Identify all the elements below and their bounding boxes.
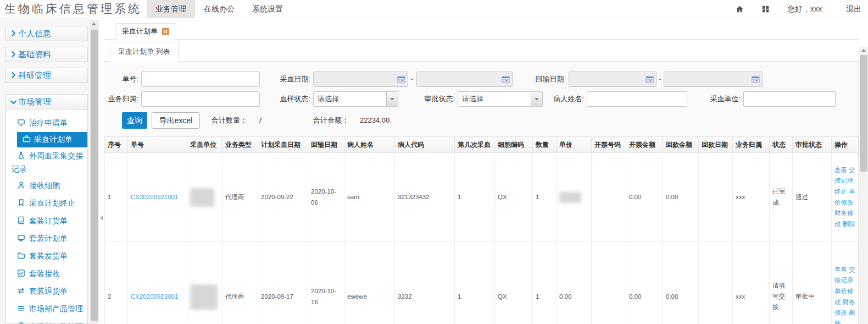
- filter-panel: 单号: 采血日期: - 回输日期:: [104, 62, 859, 136]
- blood-status-select[interactable]: 请选择: [313, 91, 398, 107]
- sidebar-section-market: 市场管理 治疗申请单采血计划单外周血采集交接记录接收细胞采血计划终止套装订货单套…: [5, 94, 88, 324]
- nav-item-office[interactable]: 在线办公: [195, 0, 243, 18]
- top-bar: 生物临床信息管理系统 业务管理 在线办公 系统设置 您好，xxx 退出: [0, 0, 868, 18]
- sidebar-item[interactable]: 采血计划单: [17, 132, 87, 147]
- biz-owner-label: 业务归属:: [104, 91, 138, 107]
- sidebar-item-label: 市场部细胞管理: [29, 322, 83, 324]
- sidebar-item[interactable]: 套装发货单: [6, 248, 87, 265]
- sidebar-item[interactable]: 套装退货单: [6, 283, 87, 300]
- column-header-patient_name: 病人姓名: [344, 137, 395, 153]
- select-value: 请选择: [318, 92, 339, 106]
- redacted-blur: [190, 188, 214, 207]
- nav-item-business[interactable]: 业务管理: [147, 0, 195, 18]
- column-header-refund_amount: 回款金额: [663, 137, 699, 153]
- sidebar-item-label: 套装订货单: [29, 216, 68, 225]
- close-icon[interactable]: ✕: [162, 28, 169, 35]
- cell-unit: [187, 242, 222, 324]
- sidebar-collapse-handle[interactable]: [100, 215, 103, 221]
- cell-unit_price: 0.00: [557, 242, 592, 324]
- order-no-link[interactable]: CX20200921001: [131, 194, 178, 200]
- cell-reinfusion_date: 2020-10-16: [308, 242, 344, 324]
- calendar-icon[interactable]: [397, 75, 405, 86]
- action-link[interactable]: 删除: [843, 221, 855, 227]
- draw-date-label: 采血日期:: [257, 72, 310, 87]
- order-no-input[interactable]: [141, 72, 260, 87]
- sidebar-item[interactable]: 接收细胞: [6, 177, 87, 195]
- cell-invoice_amount: 0.00: [626, 153, 663, 242]
- sidebar-section-label: 市场管理: [18, 97, 51, 106]
- cell-qty: 1: [533, 153, 557, 242]
- scroll-up-arrow-icon[interactable]: [92, 23, 96, 25]
- tab-blood-plan-list[interactable]: 采血计划单 列表: [110, 42, 179, 62]
- column-header-invoice_amount: 开票金额: [626, 137, 663, 153]
- calendar-icon[interactable]: [646, 75, 654, 86]
- action-link[interactable]: 终止: [834, 188, 847, 195]
- dropdown-arrow-icon[interactable]: [386, 92, 398, 106]
- action-link[interactable]: 查看: [834, 266, 847, 273]
- sidebar-item-label: 接收细胞: [29, 181, 60, 190]
- app-window: 生物临床信息管理系统 业务管理 在线办公 系统设置 您好，xxx 退出 个人信息: [0, 0, 868, 324]
- sidebar-item[interactable]: 套装计划单: [6, 230, 87, 248]
- top-nav: 业务管理 在线办公 系统设置: [147, 0, 292, 18]
- user-greeting: 您好，xxx: [787, 4, 822, 14]
- reinfusion-date-start-input[interactable]: [569, 72, 656, 87]
- sidebar-item-label: 套装计划单: [29, 234, 68, 243]
- sidebar-scrollbar-thumb[interactable]: [91, 30, 98, 321]
- blood-plan-table: 序号单号采血单位业务类型计划采血日期回输日期病人姓名病人代码第几次采血细胞编码数…: [104, 136, 859, 324]
- sidebar-section-basic-data[interactable]: 基础资料: [5, 47, 88, 62]
- sidebar-item-list: 治疗申请单采血计划单外周血采集交接记录接收细胞采血计划终止套装订货单套装计划单套…: [6, 110, 87, 324]
- reinfusion-date-label: 回输日期:: [515, 72, 566, 87]
- sidebar-item[interactable]: 套装接收: [6, 265, 87, 283]
- column-header-status: 状态: [770, 137, 793, 153]
- sidebar-section-personal-info[interactable]: 个人信息: [5, 26, 88, 41]
- sidebar-section-research[interactable]: 科研管理: [5, 68, 88, 83]
- sidebar-item-label: 采血计划单: [34, 135, 73, 144]
- sidebar-item[interactable]: 套装订货单: [6, 212, 87, 230]
- export-excel-button[interactable]: 导出excel: [152, 112, 200, 129]
- calendar-icon[interactable]: [502, 75, 510, 86]
- sidebar-section-market-header[interactable]: 市场管理: [6, 95, 87, 110]
- document-tab-strip: 采血计划单 ✕: [104, 23, 859, 40]
- cell-actions: 查看 交接记录 单价修改 财务修改 删除: [832, 242, 859, 324]
- logout-link[interactable]: 退出: [846, 4, 861, 14]
- draw-date-start-input[interactable]: [313, 72, 408, 87]
- sidebar-item[interactable]: 市场部产品管理: [6, 300, 87, 318]
- main-content: 采血计划单 ✕ 采血计划单 列表 单号: 采血日期: -: [104, 18, 868, 324]
- patient-name-input[interactable]: [587, 91, 687, 107]
- home-icon[interactable]: [736, 5, 744, 13]
- scroll-up-arrow-icon[interactable]: [861, 49, 866, 52]
- cell-index: 1: [105, 153, 128, 242]
- biz-owner-input[interactable]: [141, 91, 260, 107]
- action-link[interactable]: 查看: [834, 167, 847, 173]
- column-header-biz_owner: 业务归属: [733, 137, 770, 153]
- blood-status-label: 血样状态:: [257, 91, 310, 107]
- sidebar-item[interactable]: 采血计划终止: [6, 195, 87, 212]
- sidebar-scrollbar[interactable]: [90, 20, 99, 324]
- cell-invoice_amount: 0.00: [626, 242, 663, 324]
- cell-biz_owner: xxx: [733, 153, 770, 242]
- grid-icon[interactable]: [761, 5, 770, 13]
- sidebar-item[interactable]: 市场部细胞管理: [6, 318, 87, 324]
- draw-date-end-input[interactable]: [416, 72, 513, 87]
- column-header-unit: 采血单位: [187, 137, 222, 153]
- calendar-icon[interactable]: [752, 75, 760, 86]
- reinfusion-date-end-input[interactable]: [664, 72, 763, 87]
- chevron-down-icon: [10, 98, 17, 106]
- main-scrollbar-thumb[interactable]: [860, 55, 867, 172]
- cell-biz_type: 代理商: [222, 242, 258, 324]
- approval-status-select[interactable]: 请选择: [458, 91, 543, 107]
- cell-actions: 查看 交接记录 终止 单价修改 财务修改 删除: [832, 153, 859, 242]
- nav-item-settings[interactable]: 系统设置: [243, 0, 292, 18]
- search-button[interactable]: 查询: [122, 112, 147, 129]
- unit-input[interactable]: [743, 91, 836, 107]
- sidebar-item[interactable]: 外周血采集交接记录: [6, 147, 87, 177]
- tab-blood-plan[interactable]: 采血计划单 ✕: [116, 23, 175, 40]
- chevron-right-icon: [10, 51, 17, 58]
- total-qty-value: 7: [258, 112, 262, 129]
- table-row: 2CX20200923001代理商2020-09-172020-10-16ewe…: [105, 242, 859, 324]
- check-square-icon: [17, 268, 25, 281]
- main-scrollbar[interactable]: [859, 47, 868, 324]
- sidebar-item[interactable]: 治疗申请单: [6, 114, 87, 132]
- order-no-link[interactable]: CX20200923001: [131, 293, 178, 300]
- cell-index: 2: [105, 242, 128, 324]
